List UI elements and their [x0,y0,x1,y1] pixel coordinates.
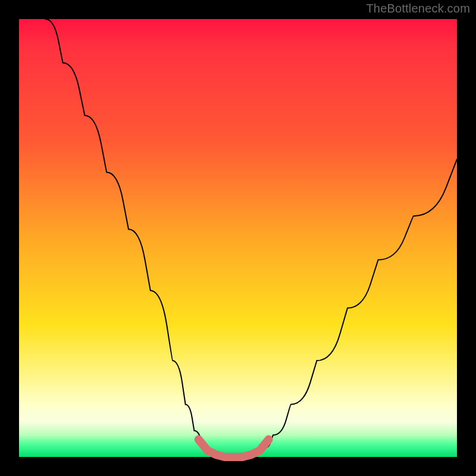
plot-area [19,19,457,457]
chart-frame: TheBottleneck.com [0,0,476,476]
curve-layer [19,19,457,457]
watermark-text: TheBottleneck.com [366,2,470,15]
bottleneck-curve-right [255,159,457,455]
valley-highlight [199,440,269,457]
bottleneck-curve-left [45,19,212,455]
